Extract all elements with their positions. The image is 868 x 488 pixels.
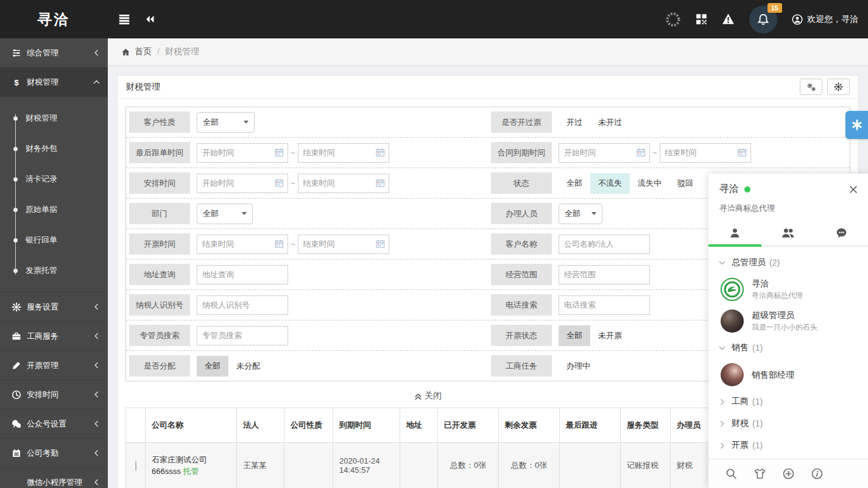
date-end-input[interactable]: 结束时间 [660, 143, 751, 163]
company-code: 666ssss [152, 467, 181, 476]
sidebar-subitem[interactable]: 清卡记录 [0, 164, 108, 194]
filter-option[interactable]: 驳回 [669, 173, 701, 194]
filter-label: 安排时间 [129, 172, 190, 194]
sidebar-item[interactable]: 开票管理 [0, 351, 108, 380]
tab-messages[interactable] [815, 220, 868, 246]
filter-option[interactable]: 不流失 [590, 173, 630, 194]
filter-option[interactable]: 流失中 [630, 173, 669, 194]
info-icon[interactable] [811, 468, 823, 479]
filter-text-input[interactable] [559, 295, 650, 315]
filter-option[interactable]: 全部 [197, 356, 228, 377]
filter-label: 地址查询 [129, 264, 190, 285]
sidebar-item[interactable]: 公司考勤 [0, 439, 108, 468]
row-checkbox[interactable] [135, 461, 136, 471]
sidebar-subitem-label: 财务外包 [26, 143, 57, 154]
filter-option[interactable]: 全部 [559, 173, 590, 194]
collapse-filters-link[interactable]: 关闭 [414, 391, 442, 401]
contact-item[interactable]: 寻洽寻洽商标总代理 [708, 274, 868, 305]
quick-tools-float-button[interactable] [845, 111, 868, 139]
expire-date: 2020-01-24 [339, 456, 400, 465]
contact-group-header[interactable]: 销售(1) [708, 337, 868, 359]
contact-item[interactable]: 销售部经理 [708, 359, 868, 391]
filter-options: 全部未分配 [197, 356, 268, 377]
sidebar-item[interactable]: 工商服务 [0, 322, 108, 351]
user-menu[interactable]: 欢迎您，寻洽 [792, 14, 858, 25]
tab-groups[interactable] [761, 220, 814, 246]
date-end-input[interactable]: 结束时间 [298, 174, 389, 193]
company-tag: 托管 [183, 467, 199, 476]
svg-text:$: $ [14, 77, 19, 87]
sidebar-item[interactable]: 综合管理 [0, 38, 108, 68]
contact-group-name: 工商 [732, 396, 749, 407]
sidebar-subitem[interactable]: 财务外包 [0, 133, 108, 164]
loading-spinner-icon[interactable] [665, 12, 681, 27]
filter-select[interactable]: 全部 [197, 112, 255, 133]
theme-icon[interactable] [754, 468, 766, 479]
filter-option[interactable]: 办理中 [559, 356, 598, 377]
filter-option[interactable]: 未开票 [590, 325, 630, 346]
sidebar-subitem[interactable]: 发票托管 [0, 255, 108, 286]
filter-text-input[interactable] [197, 295, 288, 315]
contact-group-header[interactable]: 总管理员(2) [708, 252, 868, 274]
contact-group-header[interactable]: 开票(1) [708, 434, 868, 456]
filter-options: 全部未开票 [559, 325, 630, 346]
filter-option[interactable]: 开过 [559, 112, 590, 133]
date-start-input[interactable]: 开始时间 [559, 143, 650, 163]
sidebar-item[interactable]: 服务设置 [0, 292, 108, 322]
sidebar-subitem[interactable]: 原始单据 [0, 194, 108, 225]
breadcrumb-home[interactable]: 首页 [121, 46, 152, 57]
filter-text-input[interactable] [559, 265, 650, 285]
online-status-dot [744, 186, 750, 193]
filter-text-input[interactable] [197, 265, 288, 285]
range-separator: ~ [291, 239, 295, 249]
date-start-input[interactable]: 开始时间 [197, 143, 288, 163]
filter-option[interactable]: 未分配 [228, 356, 268, 377]
date-end-input[interactable]: 结束时间 [298, 235, 389, 254]
company-code-line: 666ssss托管 [152, 465, 236, 478]
table-cell-legal: 王某某 [237, 443, 284, 488]
sidebar-item[interactable]: $财税管理 [0, 68, 108, 97]
sidebar-item[interactable]: 公众号设置 [0, 409, 108, 439]
chevron-down-icon [591, 212, 596, 215]
sidebar-item-label: 工商服务 [27, 331, 58, 342]
collapse-sidebar-icon[interactable] [144, 14, 155, 24]
search-icon[interactable] [725, 468, 737, 479]
filter-date-range: 开始时间~结束时间 [197, 174, 389, 193]
filter-select[interactable]: 全部 [559, 203, 602, 224]
filter-option[interactable]: 未开过 [590, 112, 630, 133]
qr-code-icon[interactable] [696, 13, 707, 25]
close-icon[interactable] [849, 185, 858, 194]
add-icon[interactable] [783, 468, 794, 479]
filter-text-input[interactable] [197, 326, 288, 345]
filter-option[interactable]: 全部 [559, 325, 590, 346]
date-start-input[interactable]: 开始时间 [197, 174, 288, 193]
app-logo[interactable]: 寻洽 [0, 0, 108, 38]
menu-toggle-icon[interactable] [118, 13, 131, 26]
filter-label: 客户性质 [129, 111, 190, 133]
contact-group-name: 销售 [732, 342, 749, 353]
sidebar-item[interactable]: 微信小程序管理 [0, 468, 108, 488]
tab-contacts[interactable] [708, 220, 761, 246]
filter-text-input[interactable] [559, 235, 650, 254]
date-placeholder: 结束时间 [303, 178, 335, 189]
columns-settings-button[interactable] [800, 79, 822, 95]
chevron-down-icon [718, 344, 726, 352]
sidebar-subitem[interactable]: 财税管理 [0, 103, 108, 133]
sidebar-item[interactable]: 安排时间 [0, 380, 108, 409]
filter-select[interactable]: 全部 [197, 203, 253, 224]
contact-name: 销售部经理 [752, 369, 794, 380]
contact-group-header[interactable]: 财税(1) [708, 412, 868, 434]
date-start-input[interactable]: 结束时间 [197, 235, 288, 254]
settings-button[interactable] [827, 79, 850, 95]
sidebar-subitem-label: 银行回单 [26, 235, 57, 246]
contact-item[interactable]: 超级管理员我是一只小小的石头 [708, 305, 868, 337]
breadcrumb-separator: / [157, 47, 160, 57]
sidebar-subitem[interactable]: 银行回单 [0, 225, 108, 255]
contact-group-header[interactable]: 工商(1) [708, 391, 868, 412]
filter-label: 纳税人识别号 [129, 294, 190, 316]
date-end-input[interactable]: 结束时间 [298, 143, 389, 163]
chevron-right-icon [718, 420, 726, 428]
notifications-button[interactable]: 15 [749, 5, 777, 34]
avatar [721, 278, 744, 301]
warning-icon[interactable] [722, 13, 735, 26]
